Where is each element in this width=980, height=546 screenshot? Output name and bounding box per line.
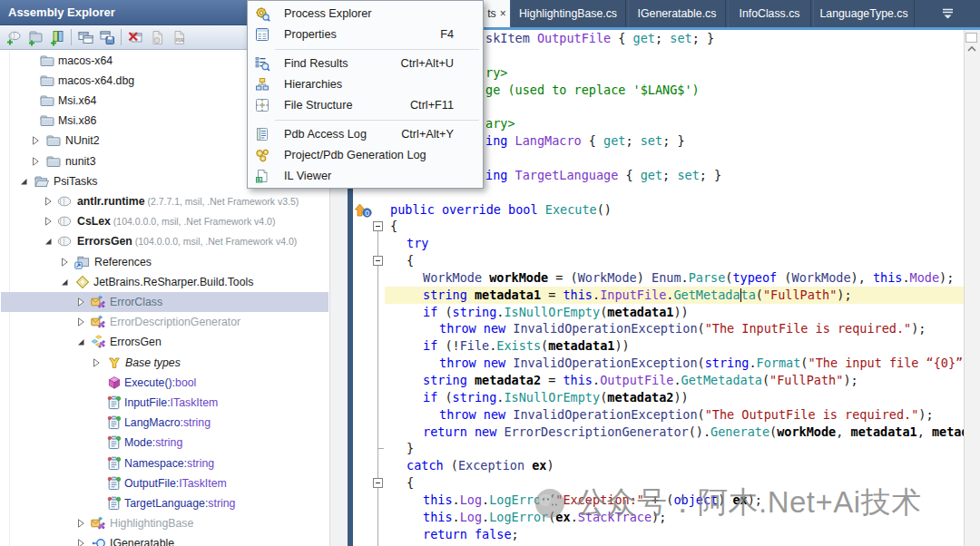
scrollbar-up-arrow-icon[interactable]	[966, 45, 977, 53]
class-alt-icon	[91, 335, 105, 349]
property-icon	[107, 496, 122, 511]
code-line: public override bool Execute()	[390, 201, 612, 219]
collapsed-arrow-icon[interactable]	[43, 216, 54, 227]
collapsed-arrow-icon[interactable]	[43, 196, 54, 207]
code-line: catch (Exception ex)	[407, 457, 554, 474]
hierarchies-icon	[255, 77, 270, 92]
code-line: return new ErrorDescriptionGenerator().G…	[423, 424, 964, 441]
tree-item-label: Msi.x64	[58, 91, 96, 111]
assembly-icon	[57, 214, 72, 229]
fold-collapse-button[interactable]	[373, 221, 383, 231]
tree-item-label: LangMacro:string	[124, 413, 211, 433]
overrides-gutter-icon[interactable]: 0	[354, 202, 372, 218]
menu-item-label: Hierarchies	[284, 74, 342, 95]
menu-item-properties[interactable]: PropertiesF4	[248, 24, 483, 45]
process-explorer-icon	[255, 6, 270, 22]
menu-item-pdb-access-log[interactable]: Pdb Access LogCtrl+Alt+Y	[248, 124, 483, 145]
collapsed-arrow-icon[interactable]	[91, 357, 102, 368]
tree-item-igeneratable[interactable]: IGeneratable	[1, 533, 328, 546]
property-icon	[107, 415, 122, 430]
collapsed-arrow-icon[interactable]	[30, 135, 41, 146]
tree-item-base-types[interactable]: Base types	[1, 353, 328, 373]
tab-list-icon[interactable]	[941, 7, 955, 20]
context-menu: Process ExplorerPropertiesF4Find Results…	[247, 0, 484, 189]
menu-shortcut: F4	[440, 24, 454, 45]
tab-languagetype-cs[interactable]: LanguageType.cs	[813, 0, 915, 27]
tab-label: LanguageType.cs	[819, 7, 907, 20]
collapsed-arrow-icon[interactable]	[75, 518, 86, 529]
menu-item-process-explorer[interactable]: Process Explorer	[248, 4, 483, 24]
namespace-icon	[75, 275, 90, 289]
tree-item-errorsgen[interactable]: ErrorsGen (104.0.0.0, msil, .Net Framewo…	[1, 231, 328, 251]
collapsed-arrow-icon[interactable]	[75, 297, 86, 307]
menu-item-find-results[interactable]: Find ResultsCtrl+Alt+U	[248, 54, 483, 74]
property-icon	[107, 395, 122, 410]
code-line: throw new InvalidOperationException("The…	[439, 406, 934, 424]
menu-shortcut: Ctrl+Alt+U	[400, 54, 454, 74]
code-line: string metadata1 = this.InputFile.GetMet…	[423, 287, 852, 304]
assembly-icon	[57, 194, 72, 209]
tree-item-namespace[interactable]: Namespace:string	[1, 453, 328, 473]
menu-separator	[248, 116, 483, 124]
tab-close-icon[interactable]: ×	[500, 8, 506, 19]
menu-item-il-viewer[interactable]: ILIL Viewer	[248, 166, 483, 187]
tree-item-outputfile[interactable]: OutputFile:ITaskItem	[1, 473, 328, 493]
tree-item-errordescriptiongenerator[interactable]: ErrorDescriptionGenerator	[1, 312, 328, 332]
collapsed-arrow-icon[interactable]	[75, 538, 86, 546]
fold-collapse-button[interactable]	[373, 256, 383, 266]
tab-infoclass-cs[interactable]: InfoClass.cs	[728, 0, 811, 27]
tree-item-jetbrains-resharper-build-tools[interactable]: JetBrains.ReSharper.Build.Tools	[1, 272, 328, 292]
tree-item-label: IGeneratable	[110, 533, 174, 546]
menu-item-label: File Structure	[284, 95, 352, 116]
collapsed-arrow-icon[interactable]	[30, 156, 41, 167]
tree-item-label: HighlightingBase	[110, 513, 193, 533]
code-line: skItem OutputFile { get; set; }	[485, 30, 714, 47]
expanded-arrow-icon[interactable]	[75, 336, 86, 347]
code-line: if (string.IsNullOrEmpty(metadata2))	[423, 389, 689, 406]
assembly-icon	[57, 234, 72, 249]
tree-item-label: macos-x64.dbg	[58, 71, 134, 91]
tree-item-inputfile[interactable]: InputFile:ITaskItem	[1, 393, 328, 413]
tree-item-references[interactable]: References	[1, 252, 328, 272]
scrollbar-splitter-box[interactable]	[965, 33, 977, 43]
expanded-arrow-icon[interactable]	[18, 176, 29, 187]
expanded-arrow-icon[interactable]	[43, 236, 54, 247]
menu-item-label: Find Results	[284, 54, 348, 74]
tab-igeneratable-cs[interactable]: IGeneratable.cs	[628, 0, 726, 27]
code-line: ing LangMacro { get; set; }	[485, 132, 685, 150]
tree-item-cslex[interactable]: CsLex (104.0.0.0, msil, .Net Framework v…	[1, 211, 328, 231]
collapsed-arrow-icon[interactable]	[75, 317, 86, 327]
tab-active-fragment[interactable]: ts ×	[484, 0, 510, 27]
menu-item-label: Properties	[284, 24, 337, 45]
folder-icon	[46, 154, 61, 169]
menu-item-label: Project/Pdb Generation Log	[284, 145, 426, 166]
menu-item-file-structure[interactable]: File StructureCtrl+F11	[248, 95, 483, 116]
interface-icon	[92, 536, 106, 546]
il-viewer-icon: IL	[255, 169, 270, 183]
expanded-arrow-icon[interactable]	[59, 277, 70, 288]
tree-item-langmacro[interactable]: LangMacro:string	[1, 413, 328, 433]
tab-label: HighlightingBase.cs	[519, 7, 617, 20]
code-line: ge (used to replace '$LANG$')	[485, 82, 700, 99]
property-icon	[107, 476, 122, 491]
tree-item-highlightingbase[interactable]: HighlightingBase	[1, 513, 328, 533]
collapsed-arrow-icon[interactable]	[59, 257, 70, 268]
tree-item-mode[interactable]: Mode:string	[1, 433, 328, 453]
tree-item-errorsgen[interactable]: ErrorsGen	[1, 332, 328, 352]
fold-collapse-button[interactable]	[373, 478, 383, 488]
tree-item-errorclass[interactable]: ErrorClass	[1, 292, 328, 312]
svg-text:IL: IL	[258, 178, 261, 182]
tab-highlightingbase-cs[interactable]: HighlightingBase.cs	[510, 0, 626, 27]
code-line: try	[407, 235, 428, 252]
code-line: ing TargetLanguage { get; set; }	[485, 167, 721, 184]
menu-item-project-pdb-generation-log[interactable]: Project/Pdb Generation Log	[248, 145, 483, 166]
editor-scrollbar[interactable]	[964, 30, 980, 546]
tree-item-targetlanguage[interactable]: TargetLanguage:string	[1, 493, 328, 513]
tree-item-execute[interactable]: Execute():bool	[1, 373, 328, 393]
tree-item-label: Namespace:string	[124, 453, 214, 473]
project-pdb-generation-log-icon	[255, 148, 270, 163]
tree-item-antlr-runtime[interactable]: antlr.runtime (2.7.7.1, msil, .Net Frame…	[1, 191, 328, 211]
menu-item-hierarchies[interactable]: Hierarchies	[248, 74, 483, 95]
tree-item-label: Execute():bool	[124, 373, 196, 393]
fold-guide-line	[377, 226, 378, 546]
